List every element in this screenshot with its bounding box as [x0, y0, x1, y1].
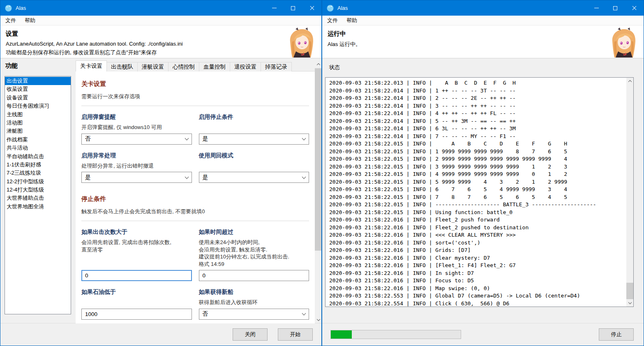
tab[interactable]: 关卡设置: [76, 60, 107, 72]
sidebar-item[interactable]: 大世界辅助点击: [5, 194, 71, 202]
log-line: 2020-09-03 21:58:22.014 | INFO | 7 -- --…: [329, 133, 626, 141]
scrollbar-down-icon[interactable]: [315, 316, 322, 323]
text-input[interactable]: 0: [81, 270, 192, 281]
description-line: 使用未来24小时内的时间,: [199, 239, 309, 246]
field-label: 启用弹窗提醒: [81, 113, 192, 121]
runner-window: Alas 文件帮助 运行中 Alas 运行中。 状态: [322, 0, 644, 346]
field-label: 启用异常处理: [81, 152, 192, 159]
maximize-button[interactable]: [284, 0, 302, 16]
field-description: 处理部分异常, 运行出错时撤退: [81, 162, 192, 170]
dropdown-value: 否: [85, 135, 91, 143]
page-title: 运行中: [328, 30, 607, 38]
description-line: 获得新船后进入收获循环: [199, 299, 309, 306]
form-field: 启用异常处理处理部分异常, 运行出错时撤退是: [81, 152, 192, 183]
menu-item-help[interactable]: 帮助: [25, 17, 35, 24]
close-window-button[interactable]: [625, 0, 644, 16]
field-label: 如果时间超过: [199, 228, 309, 236]
sidebar-item[interactable]: 出击设置: [5, 77, 71, 85]
scrollbar-thumb[interactable]: [626, 283, 633, 299]
form-field: 使用周回模式是: [199, 152, 309, 183]
scrollbar-thumb[interactable]: [315, 68, 322, 251]
description-line: 格式 14:59: [199, 261, 309, 268]
menubar: 文件帮助: [322, 16, 644, 25]
scrollbar-down-icon[interactable]: [626, 300, 633, 307]
progress-bar: [330, 330, 461, 339]
tab[interactable]: 退役设置: [230, 62, 261, 72]
start-button[interactable]: 开始: [278, 328, 313, 341]
tab-page: 关卡设置 需要运行一次来保存选项 启用弹窗提醒开启弹窗提醒, 仅 windows…: [76, 71, 315, 323]
sidebar-item[interactable]: 7-2三战拣垃圾: [5, 169, 71, 177]
sidebar-item[interactable]: 潜艇图: [5, 127, 71, 135]
log-line: 2020-09-03 21:58:22.015 | INFO | A B C D…: [329, 140, 626, 148]
page-description: AzurLaneAutoScript, An Azur Lane automat…: [6, 41, 284, 47]
sidebar-item[interactable]: 活动图: [5, 119, 71, 127]
sidebar-item[interactable]: 半自动辅助点击: [5, 152, 71, 161]
content-scrollbar[interactable]: [315, 61, 322, 323]
form-field: 如果石油低于1000: [81, 288, 192, 320]
menu-item-file[interactable]: 文件: [327, 17, 338, 24]
section-subtitle: 需要运行一次来保存选项: [81, 93, 309, 100]
close-button[interactable]: 关闭: [233, 328, 268, 341]
menu-item-help[interactable]: 帮助: [346, 17, 357, 24]
tab[interactable]: 心情控制: [168, 62, 199, 72]
menubar: 文件帮助: [0, 16, 321, 25]
text-input[interactable]: 0: [199, 270, 309, 281]
window-title: Alas: [16, 5, 26, 11]
maximize-button[interactable]: [606, 0, 625, 16]
scrollbar-up-icon[interactable]: [626, 78, 633, 85]
log-box[interactable]: 2020-09-03 21:58:22.013 | INFO | A B C D…: [325, 77, 634, 307]
window-title: Alas: [337, 5, 348, 11]
sidebar-item[interactable]: 大世界地图全清: [5, 203, 71, 211]
sidebar-item[interactable]: 共斗活动: [5, 144, 71, 152]
form-field: 启用弹窗提醒开启弹窗提醒, 仅 windows10 可用否: [81, 113, 192, 145]
field-label: 如果获得新船: [199, 288, 309, 296]
close-window-button[interactable]: [302, 0, 321, 16]
tab[interactable]: 潜艇设置: [137, 62, 169, 72]
dropdown[interactable]: 否: [81, 134, 192, 145]
field-description: 使用未来24小时内的时间,会沿用先前设置, 触发后清零.建议提前10分钟左右, …: [199, 239, 309, 268]
close-icon: [309, 5, 315, 11]
minimize-button[interactable]: [587, 0, 606, 16]
text-input[interactable]: 1000: [81, 309, 192, 320]
dropdown[interactable]: 否: [199, 309, 309, 320]
app-header: 设置 AzurLaneAutoScript, An Azur Lane auto…: [0, 25, 321, 58]
chevron-down-icon: [302, 175, 306, 179]
tab[interactable]: 掉落记录: [261, 62, 292, 72]
scrollbar-up-icon[interactable]: [315, 61, 322, 68]
minimize-button[interactable]: [265, 0, 284, 16]
dropdown[interactable]: 是: [199, 172, 309, 183]
tab[interactable]: 血量控制: [199, 62, 230, 72]
section-title-stop: 停止条件: [81, 195, 309, 203]
dropdown[interactable]: 是: [199, 134, 309, 145]
field-description: 获得新船后进入收获循环: [199, 299, 309, 306]
log-scrollbar[interactable]: [626, 78, 633, 307]
divider: [81, 221, 309, 221]
log-line: 2020-09-03 21:58:22.016 | INFO | <<< CLE…: [329, 231, 626, 239]
sidebar-item[interactable]: 每日任务困难演习: [5, 102, 71, 110]
sidebar-item[interactable]: 1-1伏击刷好感: [5, 161, 71, 169]
tab[interactable]: 出击舰队: [106, 62, 138, 72]
sidebar-item[interactable]: 设备设置: [5, 94, 71, 102]
sidebar-item[interactable]: 12-2打中型练级: [5, 178, 71, 186]
menu-item-file[interactable]: 文件: [5, 17, 16, 24]
log-line: 2020-09-03 21:58:22.015 | INFO | 1 9999 …: [329, 148, 626, 156]
form-row: 如果出击次数大于会沿用先前设置, 完成出击将扣除次数,直至清零0如果时间超过使用…: [81, 228, 309, 281]
log-line: 2020-09-03 21:58:22.015 | INFO | 4 9999 …: [329, 171, 626, 178]
maximize-icon: [613, 6, 617, 10]
settings-window: Alas 文件帮助 设置 AzurLaneAutoScript, An Azur…: [0, 0, 322, 346]
titlebar[interactable]: Alas: [322, 0, 644, 16]
stop-button[interactable]: 停止: [599, 328, 634, 341]
avatar: [609, 28, 638, 58]
chevron-down-icon: [302, 136, 306, 141]
sidebar-item[interactable]: 作战档案: [5, 136, 71, 144]
log-line: 2020-09-03 21:58:22.016 | INFO | sort=('…: [329, 239, 626, 247]
form-field: 启用停止条件是: [199, 113, 309, 145]
dropdown[interactable]: 是: [81, 172, 192, 183]
description-line: 会沿用先前设置, 触发后清零.: [199, 246, 309, 254]
sidebar-item[interactable]: 主线图: [5, 111, 71, 119]
dropdown-value: 是: [85, 174, 91, 181]
page-title: 设置: [6, 30, 284, 38]
sidebar-item[interactable]: 收菜设置: [5, 85, 71, 93]
titlebar[interactable]: Alas: [0, 0, 321, 16]
sidebar-item[interactable]: 12-4打大型练级: [5, 186, 71, 194]
